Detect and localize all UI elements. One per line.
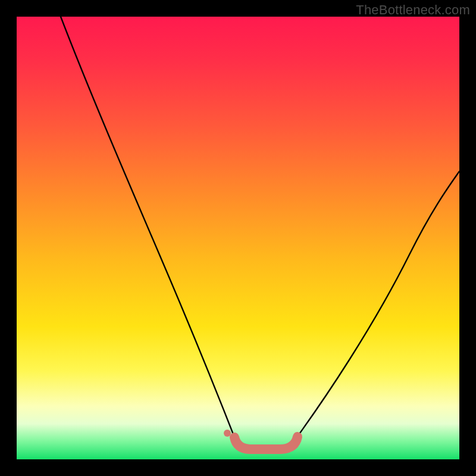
plot-area	[17, 17, 459, 459]
plot-svg	[17, 17, 459, 459]
chart-stage: TheBottleneck.com	[0, 0, 476, 476]
right-curve	[290, 171, 459, 446]
watermark-text: TheBottleneck.com	[356, 2, 470, 18]
valley-marker-dot	[224, 430, 231, 437]
left-curve	[61, 17, 238, 446]
valley-marker	[234, 437, 298, 449]
